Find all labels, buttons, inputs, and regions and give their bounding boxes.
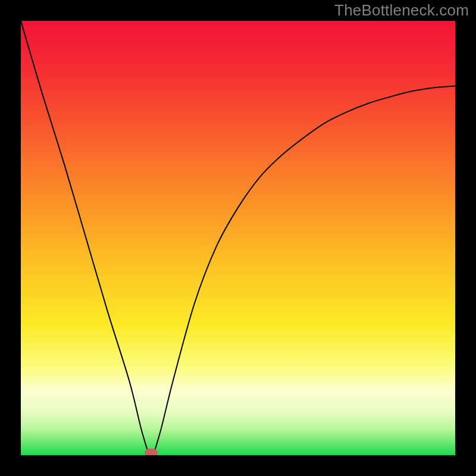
watermark-text: TheBottleneck.com (334, 1, 469, 20)
optimal-marker (145, 449, 158, 455)
bottleneck-curve (21, 21, 455, 455)
curve-layer (21, 21, 455, 455)
plot-area (21, 21, 455, 455)
chart-frame: TheBottleneck.com (0, 0, 476, 476)
